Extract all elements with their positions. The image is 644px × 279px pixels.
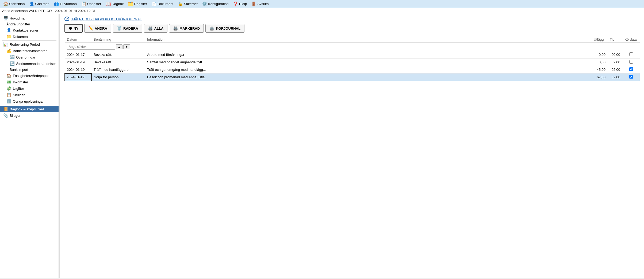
ovriga-icon: ℹ️ — [6, 99, 11, 104]
alla-label: ALLA — [154, 26, 164, 30]
menu-avsluta[interactable]: 🚪 Avsluta — [249, 1, 270, 7]
kordata-checkbox[interactable] — [629, 67, 633, 71]
markerad-label: MARKERAD — [179, 26, 200, 30]
menu-hjalp[interactable]: ❓ Hjälp — [231, 1, 249, 7]
menu-dagbok-label: Dagbok — [112, 2, 124, 6]
search-up-button[interactable]: ▲ — [116, 44, 122, 49]
sidebar-sep-2 — [2, 105, 56, 105]
menu-sakerhet[interactable]: 🔒 Säkerhet — [176, 1, 200, 7]
table-row[interactable]: 2024-01-17Bevaka rätt.Arbete med försäkr… — [65, 51, 640, 59]
menubar: 🏠 Startsidan 👤 God man 👥 Huvudmän 📋 Uppg… — [0, 0, 644, 8]
sidebar-item-huvudman[interactable]: 🖥️ Huvudman — [0, 15, 59, 21]
huvudman-sidebar-icon: 🖥️ — [3, 16, 8, 21]
help-link[interactable]: ? HJÄLPTEXT - DAGBOK OCH KÖRJOURNAL — [64, 17, 640, 21]
cell-information: Samtal med boendet angående flytt... — [145, 59, 592, 66]
menu-startsidan[interactable]: 🏠 Startsidan — [1, 1, 27, 7]
markerad-icon: 🖨️ — [173, 26, 178, 31]
sidebar-sep-1 — [2, 40, 56, 41]
sidebar-item-ovriga[interactable]: ℹ️ Övriga upplysningar — [0, 98, 59, 104]
sidebar-item-skulder[interactable]: 📋 Skulder — [0, 92, 59, 98]
sidebar-item-bank-import[interactable]: Bank import — [0, 67, 59, 72]
cell-utlagg: 0,00 — [592, 59, 608, 66]
cell-datum: 2024-01-19 — [65, 73, 91, 81]
sidebar-item-bankkonton[interactable]: 💰 Bankkonton/kontanter — [0, 48, 59, 54]
radera-label: RADERA — [123, 26, 138, 30]
redovisning-label: Redovisning Period — [10, 42, 40, 46]
dagbok-sidebar-label: Dagbok & körjournal — [10, 107, 44, 111]
data-table: Datum Benämning Information Utlägg Tid K… — [64, 36, 640, 81]
menu-sakerhet-label: Säkerhet — [184, 2, 198, 6]
bankkonton-label: Bankkonton/kontanter — [13, 49, 47, 53]
table-row[interactable]: 2024-01-19Bevaka rätt.Samtal med boendet… — [65, 59, 640, 66]
kordata-checkbox[interactable] — [629, 75, 633, 79]
aterkommande-label: Återkommande händelser — [16, 62, 56, 66]
korjournal-button[interactable]: 🖨️ KÖRJOURNAL — [205, 24, 244, 33]
korjournal-label: KÖRJOURNAL — [216, 26, 240, 30]
alla-button[interactable]: 🖨️ ALLA — [144, 24, 168, 33]
col-header-datum: Datum — [65, 36, 91, 43]
menu-uppgifter-label: Uppgifter — [87, 2, 101, 6]
menu-register[interactable]: 🗂️ Register — [126, 1, 149, 7]
radera-button[interactable]: 🗑️ RADERA — [113, 24, 142, 33]
cell-kordata[interactable] — [622, 73, 640, 81]
sidebar-item-dokument[interactable]: 📁 Dokument — [0, 33, 59, 40]
sidebar-item-inkomster[interactable]: 💵 Inkomster — [0, 79, 59, 85]
table-row[interactable]: 2024-01-19Träff med handläggareTräff och… — [65, 66, 640, 73]
cell-kordata[interactable] — [622, 51, 640, 59]
menu-konfiguration[interactable]: ⚙️ Konfiguration — [200, 1, 231, 7]
menu-startsidan-label: Startsidan — [9, 2, 25, 6]
cell-information: Besök och promenad med Anna. Utlä... — [145, 73, 592, 81]
menu-dokument[interactable]: 📄 Dokument — [150, 1, 175, 7]
fastigheter-label: Fastigheter/värdepapper — [13, 74, 51, 78]
overforingar-label: Överföringar — [16, 55, 35, 59]
fastigheter-icon: 🏠 — [6, 73, 11, 78]
kontaktpersoner-label: Kontaktpersoner — [13, 28, 38, 32]
sidebar: 🖥️ Huvudman Ändra uppgifter 👤 Kontaktper… — [0, 14, 59, 278]
table-row[interactable]: 2024-01-19Sörja för person.Besök och pro… — [65, 73, 640, 81]
sidebar-item-fastigheter[interactable]: 🏠 Fastigheter/värdepapper — [0, 72, 59, 79]
cell-tid: 02:00 — [608, 73, 622, 81]
avsluta-icon: 🚪 — [251, 1, 256, 6]
inkomster-label: Inkomster — [13, 80, 28, 84]
menu-dagbok[interactable]: 📖 Dagbok — [104, 1, 126, 7]
uppgifter-icon: 📋 — [81, 1, 86, 6]
markerad-button[interactable]: 🖨️ MARKERAD — [169, 24, 204, 33]
sidebar-item-dagbok[interactable]: 📔 Dagbok & körjournal — [0, 106, 59, 112]
cell-tid: 02:00 — [608, 66, 622, 73]
search-down-button[interactable]: ▼ — [123, 44, 130, 49]
sidebar-item-aterkommande[interactable]: 🔃 Återkommande händelser — [0, 60, 59, 67]
cell-benamning: Bevaka rätt. — [91, 51, 145, 59]
skulder-label: Skulder — [13, 93, 25, 97]
userbar: Anna Andersson VALD PERIOD - 2024-01-01 … — [0, 8, 644, 14]
ny-icon: ⊕ — [69, 26, 72, 31]
kordata-checkbox[interactable] — [629, 52, 633, 56]
kordata-checkbox[interactable] — [629, 60, 633, 64]
sidebar-item-kontaktpersoner[interactable]: 👤 Kontaktpersoner — [0, 27, 59, 33]
cell-information: Arbete med försäkringar — [145, 51, 592, 59]
search-input[interactable] — [67, 44, 115, 50]
andra-button[interactable]: ✏️ ÄNDRA — [84, 24, 111, 33]
skulder-icon: 📋 — [6, 92, 11, 97]
ny-button[interactable]: ⊕ NY — [64, 24, 83, 33]
alla-icon: 🖨️ — [148, 26, 153, 31]
menu-uppgifter[interactable]: 📋 Uppgifter — [79, 1, 103, 7]
overforingar-icon: 🔄 — [10, 55, 15, 60]
cell-utlagg: 67,00 — [592, 73, 608, 81]
godman-icon: 👤 — [29, 1, 34, 6]
startsidan-icon: 🏠 — [3, 1, 8, 6]
sidebar-item-utgifter[interactable]: 💸 Utgifter — [0, 85, 59, 92]
cell-benamning: Bevaka rätt. — [91, 59, 145, 66]
sidebar-item-bilagor[interactable]: 📎 Bilagor — [0, 112, 59, 119]
sidebar-item-overforingar[interactable]: 🔄 Överföringar — [0, 54, 59, 60]
redovisning-icon: 📊 — [3, 42, 8, 47]
cell-kordata[interactable] — [622, 59, 640, 66]
utgifter-icon: 💸 — [6, 86, 11, 91]
col-header-tid: Tid — [608, 36, 622, 43]
sidebar-item-andra-uppgifter[interactable]: Ändra uppgifter — [0, 21, 59, 27]
menu-godman[interactable]: 👤 God man — [27, 1, 51, 7]
menu-huvudman-label: Huvudmän — [60, 2, 77, 6]
cell-kordata[interactable] — [622, 66, 640, 73]
menu-huvudman[interactable]: 👥 Huvudmän — [52, 1, 79, 7]
aterkommande-icon: 🔃 — [10, 61, 15, 66]
sidebar-item-redovisning[interactable]: 📊 Redovisning Period — [0, 41, 59, 48]
